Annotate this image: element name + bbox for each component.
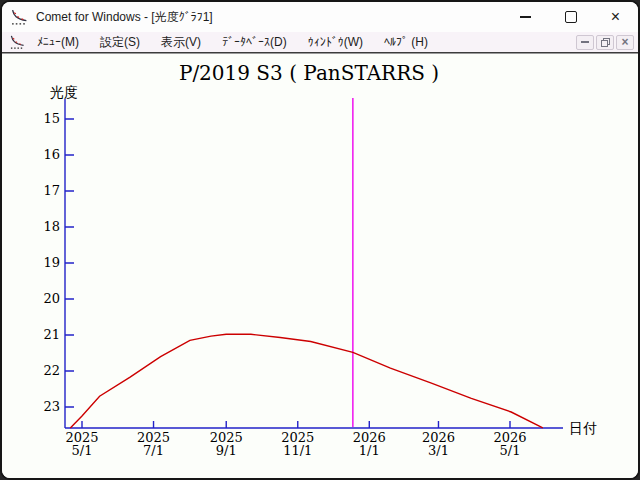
y-tick-label: 15: [43, 111, 60, 126]
x-tick-date-label: 11/1: [283, 443, 312, 458]
app-window: Comet for Windows - [光度ｸﾞﾗﾌ1] × ﾒﾆｭｰ(M) …: [0, 0, 640, 480]
y-tick-label: 20: [43, 291, 60, 306]
app-icon: [11, 9, 28, 26]
mdi-restore-button[interactable]: [596, 35, 614, 50]
close-icon: ×: [611, 9, 620, 25]
magnitude-chart: P/2019 S3 ( PanSTARRS )光度日付1516171819202…: [2, 54, 638, 479]
x-tick-date-label: 5/1: [500, 443, 521, 458]
magnitude-curve: [70, 334, 543, 428]
y-tick-label: 22: [43, 363, 60, 378]
y-tick-label: 16: [43, 147, 60, 162]
menu-item-settings[interactable]: 設定(S): [100, 34, 140, 51]
mdi-close-button[interactable]: ×: [616, 35, 634, 50]
y-tick-label: 23: [43, 399, 60, 414]
mdi-system-menu-icon[interactable]: [10, 35, 25, 50]
mdi-window-controls: ×: [574, 35, 634, 50]
x-tick-date-label: 5/1: [72, 443, 93, 458]
minimize-button[interactable]: [503, 2, 548, 32]
x-tick-date-label: 1/1: [359, 443, 380, 458]
x-axis-label: 日付: [569, 420, 597, 436]
y-tick-label: 19: [43, 255, 60, 270]
x-tick-date-label: 7/1: [143, 443, 164, 458]
menu-bar: ﾒﾆｭｰ(M) 設定(S) 表示(V) ﾃﾞｰﾀﾍﾞｰｽ(D) ｳｨﾝﾄﾞｳ(W…: [2, 32, 638, 53]
mdi-minimize-icon: [581, 41, 589, 43]
menu-item-help[interactable]: ﾍﾙﾌﾟ (H): [384, 35, 428, 49]
menu-item-view[interactable]: 表示(V): [161, 34, 201, 51]
chart-title: P/2019 S3 ( PanSTARRS ): [179, 61, 439, 85]
mdi-restore-icon: [601, 38, 610, 47]
close-button[interactable]: ×: [593, 2, 638, 32]
x-tick-date-label: 9/1: [216, 443, 237, 458]
y-tick-label: 18: [43, 219, 60, 234]
minimize-icon: [520, 16, 531, 18]
mdi-close-icon: ×: [621, 36, 628, 48]
menu-item-menu[interactable]: ﾒﾆｭｰ(M): [37, 35, 79, 49]
y-axis-label: 光度: [50, 84, 78, 100]
graph-client-area: P/2019 S3 ( PanSTARRS )光度日付1516171819202…: [2, 53, 638, 479]
y-tick-label: 17: [43, 183, 60, 198]
menu-item-database[interactable]: ﾃﾞｰﾀﾍﾞｰｽ(D): [222, 35, 287, 49]
mdi-minimize-button[interactable]: [576, 35, 594, 50]
menu-item-window[interactable]: ｳｨﾝﾄﾞｳ(W): [308, 35, 363, 49]
x-tick-date-label: 3/1: [428, 443, 449, 458]
maximize-button[interactable]: [548, 2, 593, 32]
menu-items: ﾒﾆｭｰ(M) 設定(S) 表示(V) ﾃﾞｰﾀﾍﾞｰｽ(D) ｳｨﾝﾄﾞｳ(W…: [37, 34, 574, 51]
y-tick-label: 21: [43, 327, 60, 342]
title-bar[interactable]: Comet for Windows - [光度ｸﾞﾗﾌ1] ×: [2, 2, 638, 32]
maximize-icon: [565, 11, 577, 23]
window-title: Comet for Windows - [光度ｸﾞﾗﾌ1]: [36, 9, 503, 26]
screen: { "window": { "title": "Comet for Window…: [0, 0, 640, 480]
